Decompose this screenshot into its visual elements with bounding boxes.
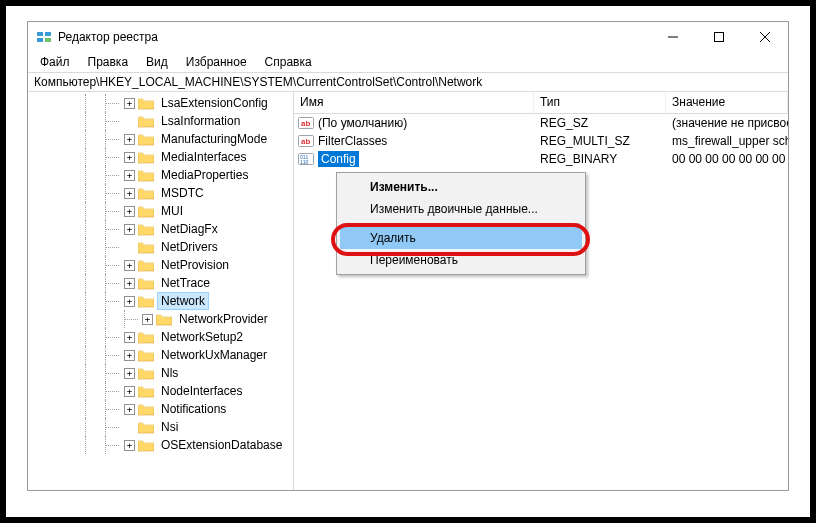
svg-text:ab: ab: [301, 119, 310, 128]
folder-icon: [138, 115, 154, 128]
minimize-button[interactable]: [650, 22, 696, 52]
ctx-separator: [342, 223, 580, 224]
expand-toggle[interactable]: +: [124, 134, 135, 145]
menubar: Файл Правка Вид Избранное Справка: [28, 52, 788, 72]
folder-icon: [138, 205, 154, 218]
maximize-button[interactable]: [696, 22, 742, 52]
tree-item[interactable]: +NetTrace: [28, 274, 293, 292]
folder-icon: [156, 313, 172, 326]
menu-file[interactable]: Файл: [32, 53, 78, 71]
tree-item-label: OSExtensionDatabase: [158, 437, 285, 453]
ctx-delete[interactable]: Удалить: [340, 227, 582, 249]
svg-text:110: 110: [300, 159, 309, 165]
value-name: (По умолчанию): [318, 116, 407, 130]
value-type: REG_MULTI_SZ: [534, 134, 666, 148]
expand-toggle[interactable]: +: [124, 404, 135, 415]
tree-item[interactable]: +OSExtensionDatabase: [28, 436, 293, 454]
tree-item[interactable]: NetDrivers: [28, 238, 293, 256]
expand-toggle[interactable]: +: [124, 386, 135, 397]
expand-toggle[interactable]: +: [124, 260, 135, 271]
tree-item-label: NetworkSetup2: [158, 329, 246, 345]
expand-toggle[interactable]: +: [142, 314, 153, 325]
folder-icon: [138, 385, 154, 398]
context-menu: Изменить... Изменить двоичные данные... …: [336, 172, 586, 275]
tree-item[interactable]: +Nls: [28, 364, 293, 382]
expand-toggle[interactable]: +: [124, 98, 135, 109]
svg-rect-0: [37, 32, 43, 36]
value-list-panel: Имя Тип Значение ab(По умолчанию)REG_SZ(…: [294, 92, 788, 490]
tree-item[interactable]: Nsi: [28, 418, 293, 436]
header-value[interactable]: Значение: [666, 92, 788, 113]
expand-toggle[interactable]: +: [124, 224, 135, 235]
folder-icon: [138, 97, 154, 110]
tree-item[interactable]: +NetProvision: [28, 256, 293, 274]
folder-icon: [138, 151, 154, 164]
value-row[interactable]: 011110ConfigREG_BINARY00 00 00 00 00 00 …: [294, 150, 788, 168]
folder-icon: [138, 331, 154, 344]
expand-toggle[interactable]: +: [124, 350, 135, 361]
expand-toggle[interactable]: +: [124, 188, 135, 199]
tree-panel[interactable]: +LsaExtensionConfigLsaInformation+Manufa…: [28, 92, 294, 490]
svg-text:ab: ab: [301, 137, 310, 146]
tree-item-label: NetworkUxManager: [158, 347, 270, 363]
ctx-modify-binary[interactable]: Изменить двоичные данные...: [340, 198, 582, 220]
header-type[interactable]: Тип: [534, 92, 666, 113]
svg-rect-3: [45, 38, 51, 42]
tree-item-label: LsaExtensionConfig: [158, 95, 271, 111]
menu-help[interactable]: Справка: [257, 53, 320, 71]
value-data: (значение не присвоено): [666, 116, 788, 130]
tree-item-label: Notifications: [158, 401, 229, 417]
expand-toggle[interactable]: +: [124, 296, 135, 307]
value-type: REG_SZ: [534, 116, 666, 130]
tree-item[interactable]: +NetworkSetup2: [28, 328, 293, 346]
menu-edit[interactable]: Правка: [80, 53, 137, 71]
binary-value-icon: 011110: [298, 151, 314, 167]
tree-item[interactable]: +LsaExtensionConfig: [28, 94, 293, 112]
tree-item[interactable]: +ManufacturingMode: [28, 130, 293, 148]
svg-rect-2: [37, 38, 43, 42]
folder-icon: [138, 367, 154, 380]
tree-item[interactable]: +NodeInterfaces: [28, 382, 293, 400]
value-row[interactable]: abFilterClassesREG_MULTI_SZms_firewall_u…: [294, 132, 788, 150]
tree-item-label: LsaInformation: [158, 113, 243, 129]
tree-item[interactable]: +Network: [28, 292, 293, 310]
ctx-modify[interactable]: Изменить...: [340, 176, 582, 198]
folder-icon: [138, 295, 154, 308]
tree-item[interactable]: +MediaInterfaces: [28, 148, 293, 166]
expand-toggle[interactable]: +: [124, 152, 135, 163]
folder-icon: [138, 169, 154, 182]
expand-toggle[interactable]: +: [124, 170, 135, 181]
expand-toggle[interactable]: +: [124, 332, 135, 343]
value-name: FilterClasses: [318, 134, 387, 148]
ctx-rename[interactable]: Переименовать: [340, 249, 582, 271]
tree-item[interactable]: LsaInformation: [28, 112, 293, 130]
menu-favorites[interactable]: Избранное: [178, 53, 255, 71]
string-value-icon: ab: [298, 133, 314, 149]
tree-item[interactable]: +MUI: [28, 202, 293, 220]
tree-item[interactable]: +NetDiagFx: [28, 220, 293, 238]
expand-toggle[interactable]: +: [124, 368, 135, 379]
header-name[interactable]: Имя: [294, 92, 534, 113]
tree-item-label: Nls: [158, 365, 181, 381]
folder-icon: [138, 349, 154, 362]
column-headers[interactable]: Имя Тип Значение: [294, 92, 788, 114]
tree-item[interactable]: +NetworkUxManager: [28, 346, 293, 364]
close-button[interactable]: [742, 22, 788, 52]
tree-item-label: NodeInterfaces: [158, 383, 245, 399]
menu-view[interactable]: Вид: [138, 53, 176, 71]
tree-item-label: NetDrivers: [158, 239, 221, 255]
tree-item-label: MediaProperties: [158, 167, 251, 183]
expand-toggle[interactable]: +: [124, 440, 135, 451]
tree-item[interactable]: +NetworkProvider: [28, 310, 293, 328]
value-row[interactable]: ab(По умолчанию)REG_SZ(значение не присв…: [294, 114, 788, 132]
value-data: ms_firewall_upper scheduler: [666, 134, 788, 148]
value-type: REG_BINARY: [534, 152, 666, 166]
tree-item[interactable]: +Notifications: [28, 400, 293, 418]
expand-toggle[interactable]: +: [124, 278, 135, 289]
tree-item[interactable]: +MediaProperties: [28, 166, 293, 184]
tree-item[interactable]: +MSDTC: [28, 184, 293, 202]
expand-toggle[interactable]: +: [124, 206, 135, 217]
titlebar[interactable]: Редактор реестра: [28, 22, 788, 52]
list-rows[interactable]: ab(По умолчанию)REG_SZ(значение не присв…: [294, 114, 788, 490]
address-bar[interactable]: Компьютер\HKEY_LOCAL_MACHINE\SYSTEM\Curr…: [28, 72, 788, 92]
